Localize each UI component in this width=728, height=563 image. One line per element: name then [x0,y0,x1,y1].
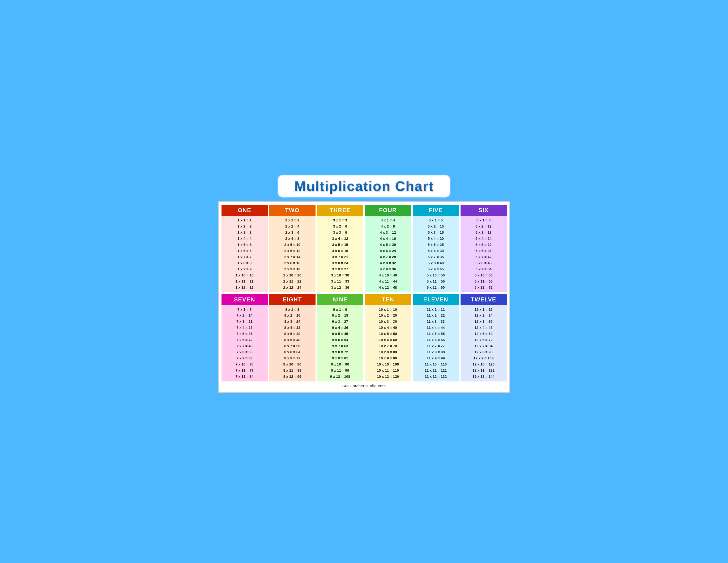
table-row: 1 x 10 = 10 [224,272,266,278]
table-row: 8 x 12 = 96 [271,374,313,380]
table-row: 3 x 2 = 6 [319,223,361,230]
table-header-seven: SEVEN [222,294,268,305]
table-row: 5 x 7 = 35 [415,254,457,260]
table-row: 9 x 1 = 9 [319,307,361,313]
table-row: 4 x 4 = 16 [367,236,409,242]
table-row: 5 x 2 = 10 [415,223,457,230]
table-row: 3 x 7 = 21 [319,254,361,260]
table-row: 2 x 11 = 22 [271,278,313,285]
table-row: 2 x 1 = 2 [271,217,313,223]
table-row: 7 x 8 = 56 [224,349,266,356]
table-row: 9 x 9 = 81 [319,356,361,362]
table-row: 7 x 7 = 49 [224,343,266,349]
table-body-ten: 10 x 1 = 1010 x 2 = 2010 x 3 = 3010 x 4 … [365,305,411,382]
table-row: 7 x 11 = 77 [224,368,266,374]
table-row: 8 x 6 = 48 [271,337,313,343]
table-row: 4 x 9 = 36 [367,266,409,272]
table-row: 3 x 3 = 9 [319,230,361,236]
table-header-eleven: ELEVEN [413,294,459,305]
table-row: 6 x 1 = 6 [463,217,505,223]
table-body-eight: 8 x 1 = 88 x 2 = 168 x 3 = 248 x 4 = 328… [269,305,316,382]
table-row: 6 x 4 = 24 [463,236,505,242]
table-row: 12 x 7 = 84 [463,343,505,349]
table-row: 12 x 6 = 72 [463,337,505,343]
table-row: 3 x 5 = 15 [319,242,361,248]
table-row: 11 x 12 = 132 [415,374,457,380]
table-row: 4 x 3 = 12 [367,230,409,236]
table-row: 11 x 4 = 44 [415,325,457,331]
table-row: 5 x 9 = 45 [415,266,457,272]
table-header-eight: EIGHT [269,294,316,305]
table-row: 2 x 7 = 14 [271,254,313,260]
table-row: 2 x 10 = 20 [271,272,313,278]
table-row: 7 x 9 = 63 [224,356,266,362]
table-row: 5 x 4 = 20 [415,236,457,242]
table-row: 10 x 8 = 80 [367,349,409,356]
table-block-nine: NINE9 x 1 = 99 x 2 = 189 x 3 = 279 x 4 =… [317,294,363,382]
table-row: 6 x 2 = 12 [463,223,505,230]
table-row: 9 x 2 = 18 [319,313,361,319]
table-row: 8 x 2 = 16 [271,313,313,319]
table-header-twelve: TWELVE [461,294,507,305]
table-body-seven: 7 x 1 = 77 x 2 = 147 x 3 = 217 x 4 = 287… [222,305,268,382]
table-row: 9 x 10 = 90 [319,362,361,368]
table-body-two: 2 x 1 = 22 x 2 = 42 x 3 = 62 x 4 = 82 x … [269,216,316,292]
table-row: 5 x 10 = 50 [415,272,457,278]
table-block-two: TWO2 x 1 = 22 x 2 = 42 x 3 = 62 x 4 = 82… [269,205,316,292]
table-row: 10 x 1 = 10 [367,307,409,313]
table-header-two: TWO [269,205,316,216]
table-row: 3 x 4 = 12 [319,236,361,242]
table-row: 6 x 10 = 60 [463,272,505,278]
table-row: 1 x 1 = 1 [224,217,266,223]
table-row: 11 x 8 = 88 [415,349,457,356]
table-row: 9 x 12 = 108 [319,374,361,380]
table-row: 4 x 10 = 40 [367,272,409,278]
table-row: 8 x 4 = 32 [271,325,313,331]
table-row: 12 x 4 = 48 [463,325,505,331]
table-header-five: FIVE [413,205,459,216]
table-row: 5 x 6 = 30 [415,248,457,254]
table-row: 10 x 12 = 120 [367,374,409,380]
table-row: 10 x 4 = 40 [367,325,409,331]
table-body-one: 1 x 1 = 11 x 2 = 21 x 3 = 31 x 4 = 41 x … [222,216,268,292]
footer-text: SunCatcherStudio.com [222,384,507,388]
table-row: 9 x 3 = 27 [319,319,361,325]
table-row: 10 x 5 = 50 [367,331,409,337]
table-row: 7 x 3 = 21 [224,319,266,325]
table-row: 9 x 4 = 36 [319,325,361,331]
table-header-three: THREE [317,205,363,216]
table-row: 12 x 12 = 144 [463,374,505,380]
table-body-eleven: 11 x 1 = 1111 x 2 = 2211 x 3 = 3311 x 4 … [413,305,459,382]
page-title: Multiplication Chart [294,178,434,194]
table-row: 6 x 5 = 30 [463,242,505,248]
table-row: 1 x 7 = 7 [224,254,266,260]
table-block-four: FOUR4 x 1 = 44 x 2 = 84 x 3 = 124 x 4 = … [365,205,411,292]
table-row: 12 x 3 = 36 [463,319,505,325]
table-row: 6 x 7 = 42 [463,254,505,260]
table-row: 7 x 6 = 42 [224,337,266,343]
table-body-five: 5 x 1 = 55 x 2 = 105 x 3 = 155 x 4 = 205… [413,216,459,292]
table-row: 4 x 1 = 4 [367,217,409,223]
table-row: 8 x 3 = 24 [271,319,313,325]
title-container: Multiplication Chart [278,175,450,197]
table-header-four: FOUR [365,205,411,216]
table-row: 7 x 2 = 14 [224,313,266,319]
table-row: 1 x 4 = 4 [224,236,266,242]
table-row: 1 x 8 = 8 [224,260,266,266]
table-body-twelve: 12 x 1 = 1212 x 2 = 2412 x 3 = 3612 x 4 … [461,305,507,382]
table-block-eight: EIGHT8 x 1 = 88 x 2 = 168 x 3 = 248 x 4 … [269,294,316,382]
table-block-five: FIVE5 x 1 = 55 x 2 = 105 x 3 = 155 x 4 =… [413,205,459,292]
table-row: 6 x 11 = 66 [463,278,505,285]
table-row: 2 x 3 = 6 [271,230,313,236]
table-row: 11 x 9 = 99 [415,356,457,362]
table-body-three: 3 x 1 = 33 x 2 = 63 x 3 = 93 x 4 = 123 x… [317,216,363,292]
table-row: 2 x 8 = 16 [271,260,313,266]
table-row: 1 x 9 = 9 [224,266,266,272]
table-row: 12 x 1 = 12 [463,307,505,313]
table-body-nine: 9 x 1 = 99 x 2 = 189 x 3 = 279 x 4 = 369… [317,305,363,382]
table-row: 5 x 5 = 25 [415,242,457,248]
table-row: 8 x 8 = 64 [271,349,313,356]
table-row: 6 x 3 = 18 [463,230,505,236]
table-row: 7 x 5 = 35 [224,331,266,337]
table-row: 6 x 6 = 36 [463,248,505,254]
